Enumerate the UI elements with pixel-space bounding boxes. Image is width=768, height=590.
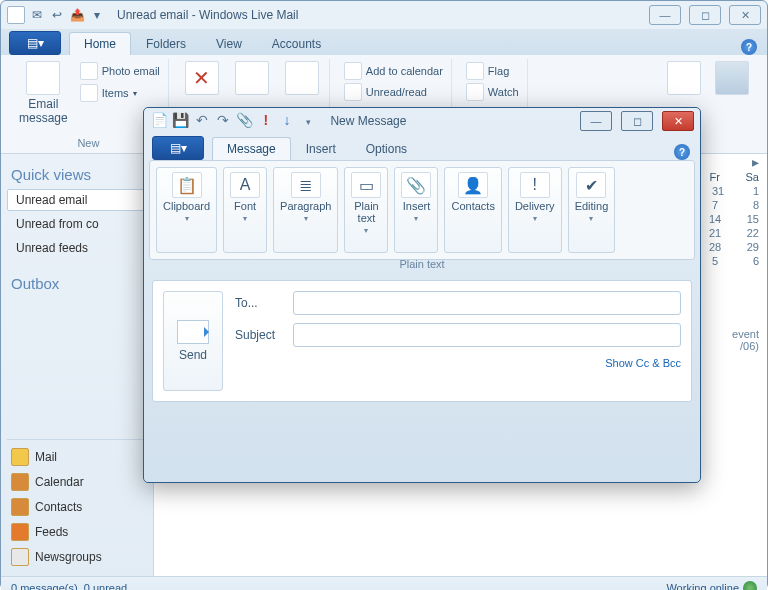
person-icon xyxy=(715,61,749,95)
compose-area: Send To... Subject Show Cc & Bcc xyxy=(152,280,692,402)
tab-home[interactable]: Home xyxy=(69,32,131,55)
app-icon xyxy=(7,6,25,24)
send-button[interactable]: Send xyxy=(163,291,223,391)
email-message-button[interactable]: Email message xyxy=(15,59,72,127)
status-message-count: 0 message(s), 0 unread xyxy=(11,582,127,590)
nav-newsgroups[interactable]: Newsgroups xyxy=(7,546,147,568)
dlg-editing-button[interactable]: ✔Editing▾ xyxy=(568,167,616,253)
dialog-title: New Message xyxy=(330,114,406,128)
sidebar-item-unread-email[interactable]: Unread email xyxy=(7,189,147,211)
show-cc-bcc-link[interactable]: Show Cc & Bcc xyxy=(235,357,681,369)
mail-icon xyxy=(11,448,29,466)
nav-mail[interactable]: Mail xyxy=(7,446,147,468)
new-message-dialog: 📄 💾 ↶ ↷ 📎 ! ↓ ▾ New Message — ◻ ✕ ▤▾ Mes… xyxy=(143,107,701,483)
calendar-icon xyxy=(11,473,29,491)
maximize-button[interactable]: ◻ xyxy=(689,5,721,25)
group-new-label: New xyxy=(15,137,162,149)
dialog-ribbon: 📋Clipboard▾AFont▾≣Paragraph▾▭Plain text▾… xyxy=(149,160,695,260)
qat-dropdown-icon[interactable]: ▾ xyxy=(89,7,105,23)
dlg-qat-attach-icon[interactable]: 📎 xyxy=(235,111,253,129)
dlg-qat-new-icon[interactable]: 📄 xyxy=(150,111,168,129)
dlg-tab-insert[interactable]: Insert xyxy=(291,137,351,160)
nav-calendar[interactable]: Calendar xyxy=(7,471,147,493)
qat-reply-icon[interactable]: ↩ xyxy=(49,7,65,23)
dlg-qat-priority-low-icon[interactable]: ↓ xyxy=(278,111,296,129)
watch-icon xyxy=(466,83,484,101)
reply-icon xyxy=(235,61,269,95)
dlg-insert-button[interactable]: 📎Insert▾ xyxy=(394,167,438,253)
dlg-qat-save-icon[interactable]: 💾 xyxy=(171,111,189,129)
sidebar-item-unread-feeds[interactable]: Unread feeds xyxy=(7,237,147,259)
dlg-tab-message[interactable]: Message xyxy=(212,137,291,160)
contacts-icon xyxy=(11,498,29,516)
delete-button[interactable]: ✕ xyxy=(181,59,223,97)
dlg-plaintext-button[interactable]: ▭Plain text▾ xyxy=(344,167,388,253)
dlg-qat-redo-icon[interactable]: ↷ xyxy=(214,111,232,129)
delete-icon: ✕ xyxy=(185,61,219,95)
minimize-button[interactable]: — xyxy=(649,5,681,25)
dlg-close-button[interactable]: ✕ xyxy=(662,111,694,131)
newsgroups-icon xyxy=(11,548,29,566)
sidebar: Quick views Unread email Unread from co … xyxy=(1,154,153,576)
qat-send-icon[interactable]: 📤 xyxy=(69,7,85,23)
dialog-titlebar: 📄 💾 ↶ ↷ 📎 ! ↓ ▾ New Message — ◻ ✕ xyxy=(144,108,700,134)
reply-button[interactable] xyxy=(231,59,273,97)
tab-accounts[interactable]: Accounts xyxy=(257,32,336,55)
forward-button[interactable] xyxy=(281,59,323,97)
feeds-icon xyxy=(11,523,29,541)
main-window: ✉ ↩ 📤 ▾ Unread email - Windows Live Mail… xyxy=(0,0,768,590)
titlebar: ✉ ↩ 📤 ▾ Unread email - Windows Live Mail… xyxy=(1,1,767,29)
close-button[interactable]: ✕ xyxy=(729,5,761,25)
dlg-maximize-button[interactable]: ◻ xyxy=(621,111,653,131)
dlg-file-menu[interactable]: ▤▾ xyxy=(152,136,204,160)
help-icon[interactable]: ? xyxy=(741,39,757,55)
quick-views-header: Quick views xyxy=(11,166,147,183)
watch-button[interactable]: Watch xyxy=(464,82,521,102)
editing-icon: ✔ xyxy=(576,172,606,198)
plaintext-icon: ▭ xyxy=(351,172,381,198)
contacts-icon: 👤 xyxy=(458,172,488,198)
dlg-minimize-button[interactable]: — xyxy=(580,111,612,131)
tab-folders[interactable]: Folders xyxy=(131,32,201,55)
sidebar-item-unread-contacts[interactable]: Unread from co xyxy=(7,213,147,235)
to-label[interactable]: To... xyxy=(235,296,283,310)
font-icon: A xyxy=(230,172,260,198)
to-field[interactable] xyxy=(293,291,681,315)
statusbar: 0 message(s), 0 unread Working online xyxy=(1,576,767,590)
flag-button[interactable]: Flag xyxy=(464,61,521,81)
nav-contacts[interactable]: Contacts xyxy=(7,496,147,518)
unread-read-button[interactable]: Unread/read xyxy=(342,82,445,102)
dlg-paragraph-button[interactable]: ≣Paragraph▾ xyxy=(273,167,338,253)
qat-new-icon[interactable]: ✉ xyxy=(29,7,45,23)
dlg-delivery-button[interactable]: !Delivery▾ xyxy=(508,167,562,253)
dlg-font-button[interactable]: AFont▾ xyxy=(223,167,267,253)
send-icon xyxy=(177,320,209,344)
offline-icon xyxy=(667,61,701,95)
file-menu[interactable]: ▤▾ xyxy=(9,31,61,55)
dialog-tabs: ▤▾ Message Insert Options ? xyxy=(144,134,700,160)
globe-icon xyxy=(743,581,757,590)
dlg-clipboard-button[interactable]: 📋Clipboard▾ xyxy=(156,167,217,253)
items-icon xyxy=(80,84,98,102)
envelope-open-icon xyxy=(344,83,362,101)
dlg-contacts-button[interactable]: 👤Contacts xyxy=(444,167,501,253)
dlg-qat-dropdown-icon[interactable]: ▾ xyxy=(299,113,317,131)
photo-email-button[interactable]: Photo email xyxy=(78,61,162,81)
dlg-help-icon[interactable]: ? xyxy=(674,144,690,160)
dlg-tab-options[interactable]: Options xyxy=(351,137,422,160)
signin-button[interactable] xyxy=(711,59,753,149)
dlg-qat-undo-icon[interactable]: ↶ xyxy=(193,111,211,129)
dialog-ribbon-group-label: Plain text xyxy=(144,258,700,270)
add-calendar-button[interactable]: Add to calendar xyxy=(342,61,445,81)
dlg-qat-priority-high-icon[interactable]: ! xyxy=(257,111,275,129)
calendar-icon xyxy=(344,62,362,80)
tab-view[interactable]: View xyxy=(201,32,257,55)
items-button[interactable]: Items▾ xyxy=(78,83,162,103)
photo-icon xyxy=(80,62,98,80)
outbox-header[interactable]: Outbox xyxy=(11,275,147,292)
window-title: Unread email - Windows Live Mail xyxy=(117,8,298,22)
status-online: Working online xyxy=(666,582,739,590)
flag-icon xyxy=(466,62,484,80)
subject-field[interactable] xyxy=(293,323,681,347)
nav-feeds[interactable]: Feeds xyxy=(7,521,147,543)
